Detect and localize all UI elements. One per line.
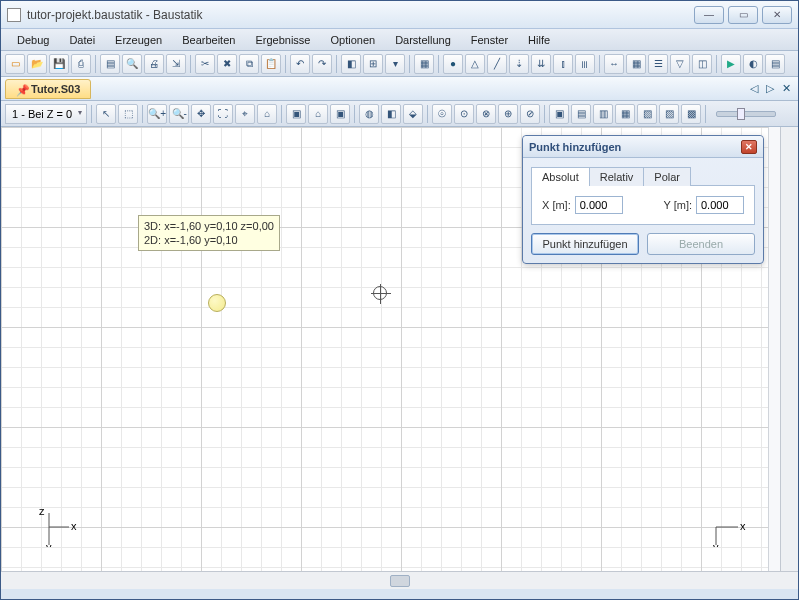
point-marker[interactable] [208,294,226,312]
view3d-3-icon[interactable]: ▣ [330,104,350,124]
disp-5-icon[interactable]: ▧ [637,104,657,124]
x-input[interactable] [575,196,623,214]
zoom-sel-icon[interactable]: ⌖ [235,104,255,124]
paste-icon[interactable]: 📋 [261,54,281,74]
menu-optionen[interactable]: Optionen [320,31,385,49]
tab-polar[interactable]: Polar [643,167,691,186]
calc-icon[interactable]: ▶ [721,54,741,74]
dim-icon[interactable]: ↔ [604,54,624,74]
titlebar: tutor-projekt.baustatik - Baustatik — ▭ … [1,1,798,29]
layers-icon[interactable]: ☰ [648,54,668,74]
disp-4-icon[interactable]: ▦ [615,104,635,124]
disp-1-icon[interactable]: ▣ [549,104,569,124]
layer-icon[interactable]: ▦ [414,54,434,74]
section-icon[interactable]: ◫ [692,54,712,74]
open-icon[interactable]: 📂 [27,54,47,74]
snap-3-icon[interactable]: ⊗ [476,104,496,124]
home-icon[interactable]: ⌂ [257,104,277,124]
dialog-titlebar[interactable]: Punkt hinzufügen ✕ [523,136,763,158]
view3d-2-icon[interactable]: ⌂ [308,104,328,124]
disp-3-icon[interactable]: ▥ [593,104,613,124]
grid-icon[interactable]: ▦ [626,54,646,74]
add-point-button[interactable]: Punkt hinzufügen [531,233,639,255]
render-3-icon[interactable]: ⬙ [403,104,423,124]
view3d-1-icon[interactable]: ▣ [286,104,306,124]
zoom-window-icon[interactable]: ⬚ [118,104,138,124]
zoom-fit-icon[interactable]: ⛶ [213,104,233,124]
pointer-icon[interactable]: ↖ [96,104,116,124]
y-input[interactable] [696,196,744,214]
export-icon[interactable]: ⇲ [166,54,186,74]
tab-relativ[interactable]: Relativ [589,167,645,186]
render-1-icon[interactable]: ◍ [359,104,379,124]
tab-tutor-s03[interactable]: 📌 Tutor.S03 [5,79,91,99]
minimize-button[interactable]: — [694,6,724,24]
svg-text:x: x [71,520,77,532]
menu-hilfe[interactable]: Hilfe [518,31,560,49]
support-icon[interactable]: △ [465,54,485,74]
close-button[interactable]: ✕ [762,6,792,24]
y-label: Y [m]: [663,199,692,211]
load-1-icon[interactable]: ⇣ [509,54,529,74]
new-icon[interactable]: ▭ [5,54,25,74]
disp-6-icon[interactable]: ▨ [659,104,679,124]
filter-icon[interactable]: ▽ [670,54,690,74]
save-all-icon[interactable]: ⎙ [71,54,91,74]
horizontal-scrollbar[interactable] [1,571,798,589]
vertical-scrollbar[interactable] [780,127,798,571]
tab-close-icon[interactable]: ✕ [780,83,792,95]
snap-2-icon[interactable]: ⊙ [454,104,474,124]
zoom-out-icon[interactable]: 🔍- [169,104,189,124]
view-1-icon[interactable]: ◧ [341,54,361,74]
load-3-icon[interactable]: ⫿ [553,54,573,74]
menu-darstellung[interactable]: Darstellung [385,31,461,49]
zoom-slider[interactable] [716,111,776,117]
tab-prev-icon[interactable]: ◁ [748,83,760,95]
report-icon[interactable]: ▤ [765,54,785,74]
print-preview-icon[interactable]: ▤ [100,54,120,74]
plane-dropdown[interactable]: 1 - Bei Z = 0 [5,104,87,124]
zoom-page-icon[interactable]: 🔍 [122,54,142,74]
results-icon[interactable]: ◐ [743,54,763,74]
canvas[interactable]: 3D: x=-1,60 y=0,10 z=0,00 2D: x=-1,60 y=… [1,127,798,589]
beam-icon[interactable]: ╱ [487,54,507,74]
axes-indicator-br: x y [708,507,748,549]
snap-4-icon[interactable]: ⊕ [498,104,518,124]
zoom-in-icon[interactable]: 🔍+ [147,104,167,124]
view-2-icon[interactable]: ⊞ [363,54,383,74]
load-2-icon[interactable]: ⇊ [531,54,551,74]
cut-icon[interactable]: ✂ [195,54,215,74]
window-title: tutor-projekt.baustatik - Baustatik [27,8,694,22]
load-4-icon[interactable]: ⫼ [575,54,595,74]
tab-absolut[interactable]: Absolut [531,167,590,186]
svg-text:x: x [740,520,746,532]
dialog-punkt-hinzufuegen: Punkt hinzufügen ✕ Absolut Relativ Polar… [522,135,764,264]
menu-bearbeiten[interactable]: Bearbeiten [172,31,245,49]
redo-icon[interactable]: ↷ [312,54,332,74]
menu-erzeugen[interactable]: Erzeugen [105,31,172,49]
menu-datei[interactable]: Datei [59,31,105,49]
snap-5-icon[interactable]: ⊘ [520,104,540,124]
save-icon[interactable]: 💾 [49,54,69,74]
view-toolbar: 1 - Bei Z = 0 ↖ ⬚ 🔍+ 🔍- ✥ ⛶ ⌖ ⌂ ▣ ⌂ ▣ ◍ … [1,101,798,127]
view-3-icon[interactable]: ▾ [385,54,405,74]
menu-debug[interactable]: Debug [7,31,59,49]
tab-next-icon[interactable]: ▷ [764,83,776,95]
undo-icon[interactable]: ↶ [290,54,310,74]
disp-2-icon[interactable]: ▤ [571,104,591,124]
render-2-icon[interactable]: ◧ [381,104,401,124]
maximize-button[interactable]: ▭ [728,6,758,24]
copy-icon[interactable]: ⧉ [239,54,259,74]
pan-icon[interactable]: ✥ [191,104,211,124]
snap-1-icon[interactable]: ⦾ [432,104,452,124]
menubar: Debug Datei Erzeugen Bearbeiten Ergebnis… [1,29,798,51]
menu-ergebnisse[interactable]: Ergebnisse [245,31,320,49]
node-icon[interactable]: ● [443,54,463,74]
delete-icon[interactable]: ✖ [217,54,237,74]
dialog-close-button[interactable]: ✕ [741,140,757,154]
disp-7-icon[interactable]: ▩ [681,104,701,124]
end-button[interactable]: Beenden [647,233,755,255]
menu-fenster[interactable]: Fenster [461,31,518,49]
tooltip-line-2d: 2D: x=-1,60 y=0,10 [144,233,274,247]
print-icon[interactable]: 🖨 [144,54,164,74]
